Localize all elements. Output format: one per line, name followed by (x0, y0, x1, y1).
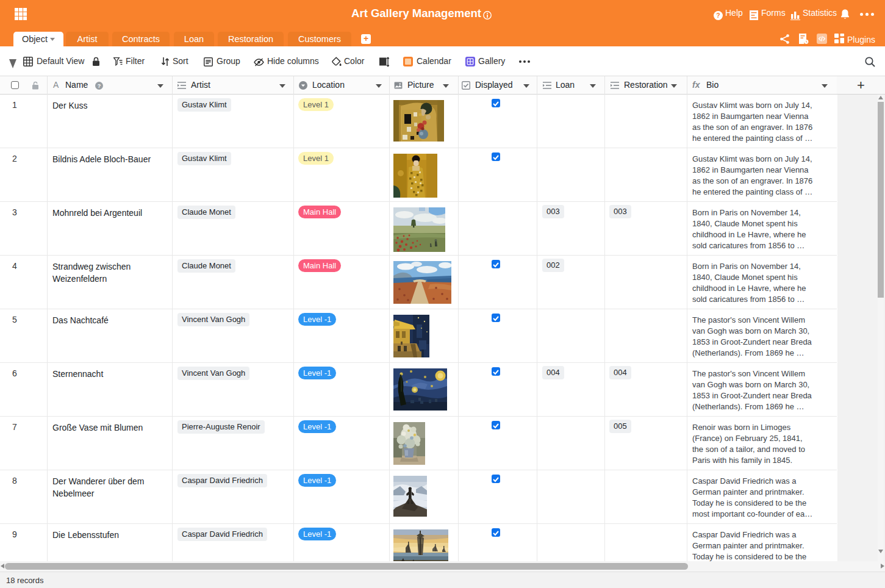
svg-text:?: ? (98, 83, 101, 89)
